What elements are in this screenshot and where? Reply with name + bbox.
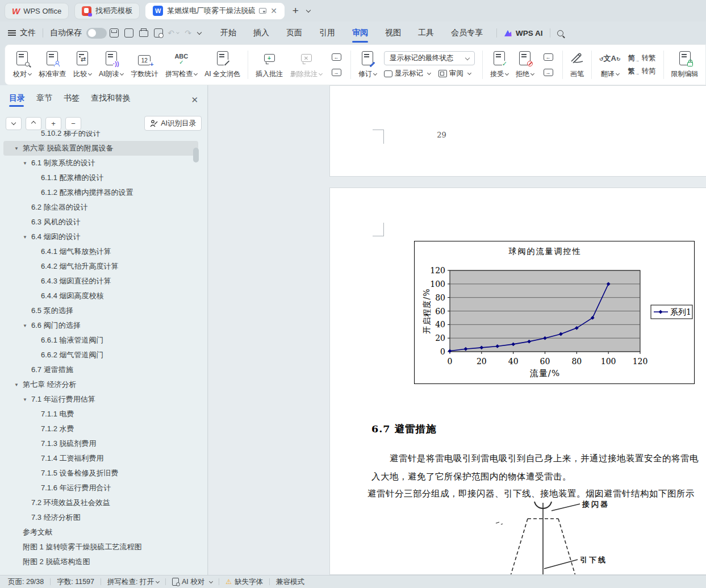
toc-item[interactable]: 6.7 避雷措施	[3, 362, 198, 377]
sidebar-tab-目录[interactable]: 目录	[9, 93, 25, 107]
next-comment-button[interactable]: →	[329, 68, 343, 78]
compatibility-mode-badge[interactable]: 兼容模式	[276, 577, 304, 587]
close-tab-icon[interactable]: ✕	[270, 7, 277, 15]
toc-expand-icon[interactable]: ▼	[14, 382, 23, 387]
ai-proofread-status[interactable]: AI 校对	[172, 577, 212, 587]
ai-recognize-toc-button[interactable]: AI识别目录	[144, 116, 202, 131]
next-change-button[interactable]: →	[541, 68, 555, 78]
expand-all-button[interactable]	[6, 117, 22, 130]
autosave-toggle[interactable]	[86, 28, 107, 39]
to-simplified-button[interactable]: 繁→ 转简	[628, 66, 656, 76]
show-markup-button[interactable]: 显示标记	[384, 69, 431, 78]
toc-item[interactable]: 6.4.2 烟气抬升高度计算	[3, 259, 198, 274]
toc-item[interactable]: ▼6.1 制浆系统的设计	[3, 156, 198, 170]
toc-item[interactable]: 7.1.5 设备检修及折旧费	[3, 466, 198, 481]
menu-tab-会员专享[interactable]: 会员专享	[451, 22, 483, 44]
search-icon[interactable]	[557, 30, 563, 36]
pen-button[interactable]: 画笔	[570, 51, 584, 79]
collapse-all-button[interactable]	[26, 117, 41, 130]
translate-button[interactable]: ↺文A↻ 翻译	[599, 51, 620, 79]
menu-tab-页面[interactable]: 页面	[286, 22, 302, 44]
zoom-in-button[interactable]: +	[45, 117, 61, 130]
tab-docer-templates[interactable]: 找稻壳模板	[74, 3, 140, 19]
word-count-button[interactable]: 12+ 字数统计	[131, 51, 158, 79]
markup-state-dropdown[interactable]: 显示标记的最终状态	[384, 51, 475, 65]
print-button[interactable]	[136, 26, 151, 40]
toc-item[interactable]: 7.1.2 水费	[3, 422, 198, 436]
quick-access-chevron-icon[interactable]	[197, 30, 202, 35]
delete-comment-button[interactable]: ✕ 删除批注	[290, 51, 322, 79]
toc-item[interactable]: 参考文献	[3, 525, 198, 540]
toc-item[interactable]: 6.4.1 烟气释放热计算	[3, 244, 198, 259]
sidebar-tab-章节[interactable]: 章节	[36, 93, 52, 107]
sidebar-tab-查找和替换[interactable]: 查找和替换	[91, 93, 131, 107]
toc-item[interactable]: 6.6.1 输液管道阀门	[3, 333, 198, 348]
missing-font-warning[interactable]: ⚠ 缺失字体	[225, 577, 263, 587]
menu-tab-引用[interactable]: 引用	[319, 22, 335, 44]
proofread-button[interactable]: 校对	[13, 51, 31, 79]
output-button[interactable]	[122, 26, 136, 40]
toc-item[interactable]: 7.1.3 脱硫剂费用	[3, 436, 198, 451]
toc-expand-icon[interactable]: ▼	[14, 146, 23, 151]
to-traditional-button[interactable]: 简→ 转繁	[628, 53, 656, 63]
toc-item[interactable]: 6.4.4 烟囱高度校核	[3, 289, 198, 303]
menu-tab-视图[interactable]: 视图	[385, 22, 401, 44]
ai-read-button[interactable]: ·)) AI朗读	[99, 51, 123, 79]
sidebar-scrollbar-thumb[interactable]	[193, 148, 199, 162]
accept-button[interactable]: ✓ 接受	[490, 51, 508, 79]
compare-button[interactable]: ⇄ 比较	[73, 51, 91, 79]
track-changes-button[interactable]: 修订	[358, 51, 377, 79]
toc-item[interactable]: 7.1.6 年运行费用合计	[3, 481, 198, 495]
toc-item[interactable]: ▼6.6 阀门的选择	[3, 318, 198, 333]
toc-expand-icon[interactable]: ▼	[23, 397, 31, 402]
toc-item[interactable]: 附图 1 旋转喷雾干燥脱硫工艺流程图	[3, 540, 198, 554]
save-button[interactable]	[107, 26, 122, 40]
toc-expand-icon[interactable]: ▼	[23, 161, 31, 166]
print-preview-button[interactable]	[151, 26, 166, 40]
ai-polish-button[interactable]: AI 全文润色	[204, 51, 240, 79]
toc-item[interactable]: ▼第七章 经济分析	[3, 377, 198, 392]
tab-document[interactable]: W 某燃煤电厂喷雾干燥法脱硫系 ✕	[145, 3, 285, 19]
undo-button[interactable]: ↶	[166, 26, 181, 40]
new-tab-button[interactable]: +	[293, 5, 299, 17]
tab-list-chevron-icon[interactable]	[306, 8, 311, 12]
toc-item[interactable]: 6.5 泵的选择	[3, 303, 198, 318]
standard-review-button[interactable]: 标准审查	[39, 51, 66, 79]
toc-expand-icon[interactable]: ▼	[23, 235, 31, 240]
toc-item[interactable]: 7.1.4 工资福利费用	[3, 451, 198, 466]
zoom-out-button[interactable]: −	[65, 117, 81, 130]
toc-item[interactable]: 7.1.1 电费	[3, 407, 198, 422]
toc-expand-icon[interactable]: ▼	[23, 323, 31, 328]
menu-tab-开始[interactable]: 开始	[220, 22, 236, 44]
menu-tab-审阅[interactable]: 审阅	[352, 22, 368, 44]
reject-button[interactable]: 拒绝	[516, 51, 534, 79]
toc-item[interactable]: 6.1.2 配浆槽内搅拌器的设置	[3, 185, 198, 200]
toc-item[interactable]: 6.1.1 配浆槽的设计	[3, 170, 198, 185]
toc-item[interactable]: 6.6.2 烟气管道阀门	[3, 348, 198, 362]
toc-item[interactable]: ▼7.1 年运行费用估算	[3, 392, 198, 407]
toc-item[interactable]: 5.10.2 梯子的设计	[3, 131, 198, 141]
word-count-indicator[interactable]: 字数: 11597	[57, 577, 94, 587]
toc-item[interactable]: 6.4.3 烟囱直径的计算	[3, 274, 198, 289]
toc-item[interactable]: 6.3 风机的设计	[3, 215, 198, 230]
previous-change-button[interactable]: ←	[541, 52, 555, 62]
previous-comment-button[interactable]: ←	[329, 52, 343, 62]
menu-tab-插入[interactable]: 插入	[253, 22, 269, 44]
spell-check-status[interactable]: 拼写检查: 打开	[107, 577, 159, 587]
insert-comment-button[interactable]: + 插入批注	[256, 51, 283, 79]
restrict-edit-button[interactable]: 限制编辑	[671, 51, 699, 79]
toc-item[interactable]: 附图 2 脱硫塔构造图	[3, 554, 198, 569]
review-pane-button[interactable]: 审阅	[438, 69, 471, 78]
toc-item[interactable]: ▼6.4 烟囱的设计	[3, 230, 198, 244]
sidebar-tab-书签[interactable]: 书签	[64, 93, 80, 107]
redo-button[interactable]: ↷	[181, 26, 195, 40]
document-viewport[interactable]: 29 020406080100120020406080100120球阀的流量调控…	[208, 85, 706, 575]
wps-ai-button[interactable]: WPS AI	[504, 29, 543, 37]
tab-wps-office[interactable]: W WPS Office	[5, 3, 69, 19]
hamburger-menu-icon[interactable]	[8, 32, 16, 34]
toc-item[interactable]: 7.3 经济分析图	[3, 510, 198, 525]
toc-item[interactable]: 7.2 环境效益及社会效益	[3, 495, 198, 510]
page-indicator[interactable]: 页面: 29/38	[8, 577, 44, 587]
close-sidebar-icon[interactable]: ✕	[191, 95, 198, 105]
spell-check-button[interactable]: ABC✓ 拼写检查	[165, 51, 197, 79]
